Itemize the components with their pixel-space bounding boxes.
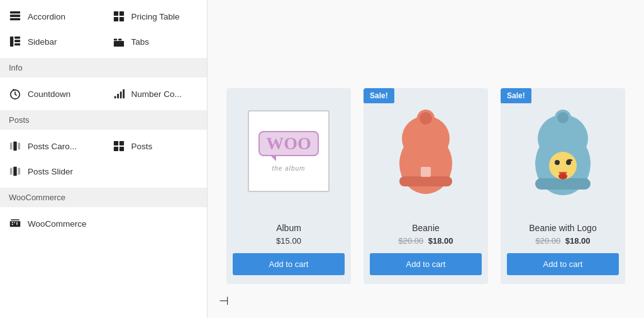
posts-slider-icon xyxy=(9,165,21,178)
album-subtitle: the album xyxy=(272,165,306,172)
svg-rect-0 xyxy=(10,11,20,14)
sidebar: Accordion Pricing Table Sidebar Tabs Inf… xyxy=(0,0,208,318)
svg-rect-18 xyxy=(117,94,119,98)
svg-rect-6 xyxy=(119,17,123,21)
svg-rect-4 xyxy=(119,11,123,16)
number-counter-icon xyxy=(113,88,125,100)
svg-rect-22 xyxy=(13,142,16,150)
sidebar-item-tabs[interactable]: Tabs xyxy=(104,29,208,54)
album-add-to-cart-button[interactable]: Add to cart xyxy=(233,253,345,275)
sidebar-item-pricing-table[interactable]: Pricing Table xyxy=(104,4,208,29)
sidebar-item-accordion[interactable]: Accordion xyxy=(0,4,104,29)
sidebar-item-tabs-label: Tabs xyxy=(131,37,150,47)
beanie-blue-svg xyxy=(528,104,597,198)
beanie-price: $20.00 $18.00 xyxy=(370,236,482,246)
sidebar-section-info: Countdown Number Co... xyxy=(0,77,207,110)
beanie-orange-svg xyxy=(391,107,460,195)
main-content: WOO the album Album $15.00 Add to cart S… xyxy=(208,0,644,318)
sidebar-section-woocommerce-header: WooCommerce xyxy=(0,188,207,207)
album-woo-label: WOO xyxy=(258,131,319,156)
svg-rect-10 xyxy=(14,43,20,46)
svg-rect-24 xyxy=(113,141,118,145)
tabs-icon xyxy=(113,35,125,48)
sidebar-item-posts-slider-label: Posts Slider xyxy=(28,167,73,176)
sidebar-item-woocommerce-label: WooCommerce xyxy=(28,219,87,229)
svg-rect-8 xyxy=(14,37,20,39)
svg-rect-13 xyxy=(113,41,123,47)
sidebar-item-number-counter[interactable]: Number Co... xyxy=(104,81,208,106)
beanie-logo-original-price: $20.00 xyxy=(535,236,560,246)
posts-icon xyxy=(113,140,125,152)
svg-rect-7 xyxy=(10,37,13,47)
svg-rect-26 xyxy=(113,147,118,151)
album-price: $15.00 xyxy=(233,236,345,246)
sidebar-item-countdown[interactable]: Countdown xyxy=(0,81,104,106)
beanie-logo-price: $20.00 $18.00 xyxy=(507,236,619,246)
svg-point-36 xyxy=(419,112,432,125)
sidebar-item-posts[interactable]: Posts xyxy=(104,133,208,159)
svg-rect-2 xyxy=(10,18,20,21)
album-name: Album xyxy=(233,223,345,233)
sidebar-section-general: Accordion Pricing Table Sidebar Tabs xyxy=(0,0,207,58)
product-card-beanie-logo: Sale! xyxy=(501,88,625,284)
svg-rect-28 xyxy=(10,168,13,175)
beanie-logo-sale-badge: Sale! xyxy=(501,88,531,103)
sidebar-section-info-header: Info xyxy=(0,58,207,77)
pagination-area: ⊣ xyxy=(214,294,234,308)
beanie-original-price: $20.00 xyxy=(398,236,423,246)
beanie-sale-price: $18.00 xyxy=(428,236,453,246)
beanie-name: Beanie xyxy=(370,223,482,233)
svg-rect-1 xyxy=(10,14,20,17)
beanie-add-to-cart-button[interactable]: Add to cart xyxy=(370,253,482,275)
sidebar-section-posts: Posts Caro... Posts Posts Slider xyxy=(0,130,207,188)
product-card-album: WOO the album Album $15.00 Add to cart xyxy=(226,88,351,284)
sidebar-item-sidebar-label: Sidebar xyxy=(28,37,57,47)
beanie-info: Beanie $20.00 $18.00 xyxy=(364,214,488,253)
svg-rect-17 xyxy=(114,96,116,99)
svg-rect-20 xyxy=(123,89,125,98)
pricing-table-icon xyxy=(113,10,125,23)
sidebar-item-number-counter-label: Number Co... xyxy=(131,89,182,99)
sidebar-item-posts-carousel[interactable]: Posts Caro... xyxy=(0,133,104,159)
products-grid: WOO the album Album $15.00 Add to cart S… xyxy=(226,88,625,284)
sidebar-section-posts-header: Posts xyxy=(0,110,207,130)
sidebar-item-woocommerce[interactable]: WooCommerce xyxy=(0,211,104,236)
sidebar-section-woocommerce: WooCommerce xyxy=(0,207,207,240)
svg-rect-30 xyxy=(18,168,21,175)
svg-point-43 xyxy=(558,173,567,179)
product-image-beanie: Sale! xyxy=(364,88,488,214)
svg-rect-25 xyxy=(119,141,123,145)
beanie-logo-name: Beanie with Logo xyxy=(507,223,619,233)
svg-rect-23 xyxy=(18,143,21,150)
svg-rect-12 xyxy=(118,39,121,41)
svg-rect-5 xyxy=(113,17,118,21)
accordion-icon xyxy=(9,10,21,23)
beanie-logo-add-to-cart-button[interactable]: Add to cart xyxy=(507,253,619,275)
sidebar-icon xyxy=(9,35,21,48)
beanie-logo-info: Beanie with Logo $20.00 $18.00 xyxy=(501,214,625,253)
svg-rect-3 xyxy=(113,11,118,16)
sidebar-item-countdown-label: Countdown xyxy=(28,89,70,99)
product-image-album: WOO the album xyxy=(226,88,351,214)
svg-rect-21 xyxy=(10,143,13,150)
album-info: Album $15.00 xyxy=(226,214,351,253)
sidebar-item-sidebar[interactable]: Sidebar xyxy=(0,29,104,54)
sidebar-item-accordion-label: Accordion xyxy=(28,12,65,21)
posts-carousel-icon xyxy=(9,140,21,152)
svg-rect-9 xyxy=(14,40,20,42)
sidebar-item-posts-slider[interactable]: Posts Slider xyxy=(0,159,104,184)
svg-rect-27 xyxy=(119,147,123,151)
product-image-beanie-logo: Sale! xyxy=(501,88,625,214)
svg-rect-11 xyxy=(113,39,116,41)
svg-point-45 xyxy=(557,112,569,123)
sidebar-item-pricing-table-label: Pricing Table xyxy=(131,12,180,21)
svg-rect-33 xyxy=(399,176,452,186)
svg-rect-19 xyxy=(119,91,121,98)
first-page-button[interactable]: ⊣ xyxy=(214,292,234,310)
woocommerce-icon xyxy=(9,217,21,230)
countdown-icon xyxy=(9,88,21,100)
product-card-beanie: Sale! Beanie $20.00 xyxy=(364,88,488,284)
svg-rect-39 xyxy=(535,178,591,190)
svg-point-41 xyxy=(555,160,560,165)
svg-rect-29 xyxy=(13,167,16,176)
